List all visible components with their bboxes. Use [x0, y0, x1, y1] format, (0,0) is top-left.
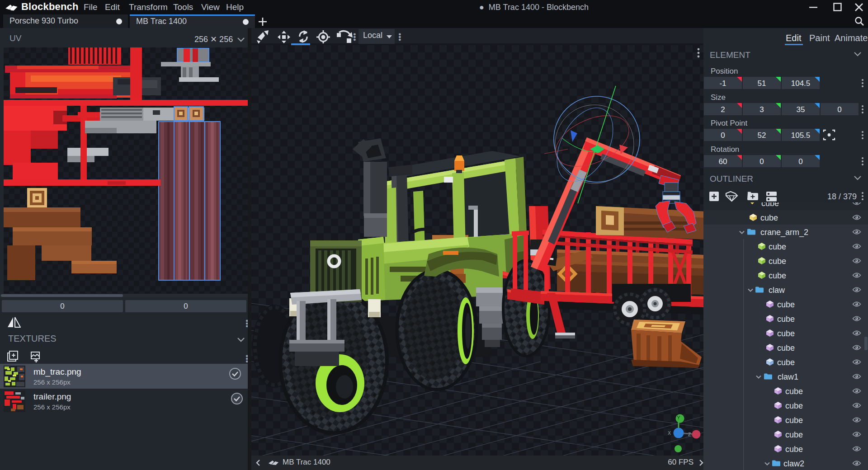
svg-text:104.5: 104.5 — [791, 79, 811, 88]
svg-text:105.5: 105.5 — [791, 131, 811, 140]
svg-text:51: 51 — [758, 79, 766, 88]
svg-text:-1: -1 — [719, 79, 726, 88]
svg-text:cube: cube — [785, 430, 803, 439]
svg-text:35: 35 — [797, 105, 805, 114]
svg-text:cube: cube — [785, 416, 803, 425]
svg-text:cube: cube — [769, 257, 786, 266]
svg-text:cube: cube — [769, 242, 786, 251]
svg-text:60: 60 — [719, 157, 727, 166]
svg-text:Size: Size — [711, 93, 726, 102]
svg-text:cube: cube — [777, 358, 795, 367]
svg-text:cube: cube — [769, 271, 786, 280]
svg-text:crane_arm_2: crane_arm_2 — [760, 228, 808, 237]
svg-text:Edit: Edit — [786, 33, 802, 43]
svg-text:3: 3 — [760, 105, 764, 114]
svg-text:cube: cube — [785, 401, 803, 410]
svg-text:0: 0 — [798, 157, 802, 166]
svg-text:cube: cube — [760, 213, 778, 222]
svg-text:cube: cube — [777, 343, 795, 352]
svg-text:Rotation: Rotation — [711, 145, 739, 154]
svg-text:ELEMENT: ELEMENT — [710, 50, 750, 60]
svg-text:Z: Z — [688, 432, 691, 437]
svg-text:2: 2 — [721, 105, 725, 114]
svg-text:0: 0 — [837, 105, 841, 114]
svg-text:52: 52 — [758, 131, 766, 140]
svg-text:claw2: claw2 — [783, 459, 804, 468]
svg-text:18 / 379: 18 / 379 — [827, 192, 857, 201]
svg-text:cube: cube — [785, 445, 803, 454]
svg-text:cube: cube — [777, 300, 795, 309]
svg-text:X: X — [668, 431, 671, 436]
svg-text:0: 0 — [721, 131, 725, 140]
svg-text:0: 0 — [760, 157, 764, 166]
svg-text:Pivot Point: Pivot Point — [711, 119, 748, 127]
svg-text:Paint: Paint — [809, 33, 830, 43]
svg-text:Position: Position — [711, 67, 738, 75]
svg-text:cube: cube — [777, 329, 795, 338]
svg-text:claw: claw — [769, 286, 785, 295]
svg-text:OUTLINER: OUTLINER — [710, 174, 753, 183]
svg-text:cube: cube — [785, 387, 803, 396]
svg-text:Animate: Animate — [835, 33, 868, 43]
svg-text:Y: Y — [677, 415, 680, 420]
svg-text:claw1: claw1 — [778, 372, 798, 381]
svg-text:cube: cube — [777, 315, 795, 324]
